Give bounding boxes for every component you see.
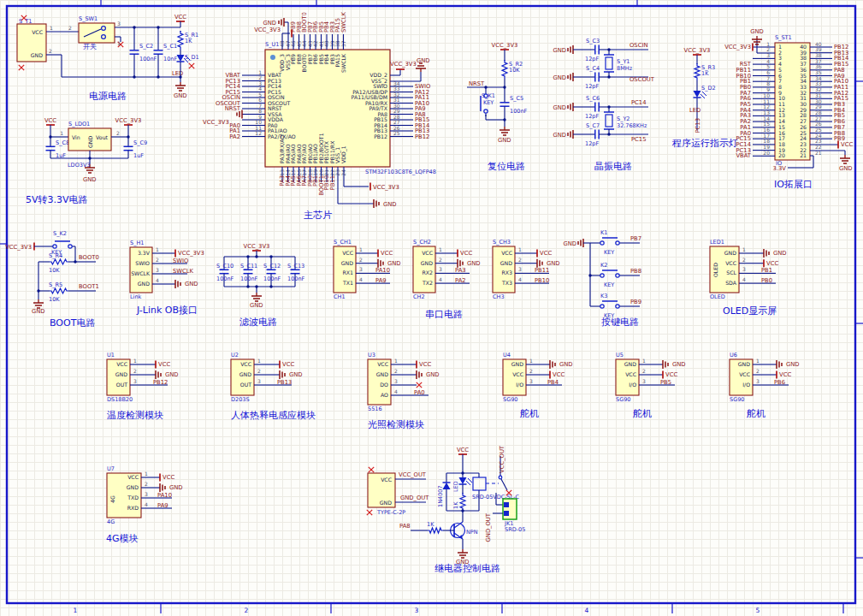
net-label[interactable]: VCC_3V3 [203, 119, 229, 126]
component-ref[interactable]: S_LDO1 [68, 121, 90, 127]
ground-symbol[interactable] [279, 18, 284, 27]
ground-symbol[interactable] [840, 155, 850, 163]
ground-symbol[interactable] [458, 549, 468, 558]
net-label[interactable]: GND [553, 132, 566, 139]
capacitor[interactable]: S_C10100nF [216, 257, 234, 287]
component-ref[interactable]: S_D1 [185, 54, 199, 61]
component-S_CH3[interactable]: S_CH3CH3VCC1VCCGND2GNDRX33PB11TX34PB10 [493, 239, 560, 300]
component-U4[interactable]: U4SG90GND1GNDVCC2VCCI/O3PB4 [503, 352, 573, 403]
net-label[interactable]: PC14 [631, 99, 647, 106]
net-label[interactable]: OSCIN [630, 42, 648, 49]
ground-symbol[interactable] [499, 127, 510, 135]
ground-symbol[interactable] [374, 199, 379, 208]
component-S_CH1[interactable]: S_CH1CH1VCC1VCCGND2GNDRX13PA10TX14PA9 [334, 239, 401, 300]
component-LED1[interactable]: LED1OLEDOLEDGND1GNDVCC2VCCSCL3PB1SDA4PB0 [710, 239, 787, 300]
crystal[interactable]: S_Y18MHz [604, 50, 633, 77]
net-label[interactable]: GND [553, 74, 566, 81]
net-label[interactable]: PC15 [631, 136, 647, 143]
component-name[interactable]: SRD-05 [505, 526, 525, 533]
power-flag[interactable]: VCC [44, 117, 56, 125]
net-label[interactable]: NRST [469, 80, 485, 87]
led[interactable] [694, 91, 707, 98]
component-U2[interactable]: U2D203SVCC1VCCGND2GNDOUT3PB13 [231, 352, 303, 403]
capacitor[interactable]: S_C13100nF [287, 257, 305, 287]
net-label[interactable]: GND_OUT [485, 512, 492, 542]
net-label[interactable]: OSCOUT [630, 76, 655, 83]
net-label[interactable]: VCC_OUT [399, 471, 427, 478]
power-flag[interactable]: VCC_3V3 [684, 47, 711, 55]
resistor[interactable]: S_R210K [502, 60, 523, 79]
net-label[interactable]: PA8 [399, 523, 411, 530]
component-ref[interactable]: S_SW1 [79, 15, 98, 22]
net-label[interactable]: GND [553, 47, 566, 54]
net-label[interactable]: GND [250, 302, 263, 309]
component-U3[interactable]: U35516VCC1VCCGND2GNDDO3AO4PA0 [368, 352, 440, 412]
net-label[interactable]: LED [172, 70, 183, 77]
terminal-block[interactable] [503, 499, 517, 519]
net-label[interactable]: GND [383, 201, 397, 208]
component-value[interactable]: 1K [452, 501, 459, 509]
ground-symbol[interactable] [33, 299, 44, 308]
component-name[interactable]: TYPE-C-2P [376, 509, 405, 516]
net-label[interactable]: BOOT0 [79, 254, 99, 261]
component-S_ST1[interactable]: S_ST1IO1401VCC_3V340PB12239239PB13338338… [724, 34, 848, 167]
led[interactable] [459, 477, 473, 485]
resistor[interactable]: S_R31K [695, 63, 715, 80]
net-label[interactable]: VCC_3V3 [254, 27, 281, 33]
net-label[interactable]: GND [32, 308, 45, 315]
component-U6[interactable]: U6SG90GND1GNDVCC2VCCI/O3PB6 [730, 352, 800, 403]
crystal[interactable]: S_Y232.768KHz [604, 107, 647, 134]
component-S_U1[interactable]: S_U1STM32F103C8T6_LQFP48VBAT1VBATPC132PC… [216, 11, 436, 195]
net-label[interactable]: VCC_OUT [499, 445, 505, 473]
ground-symbol[interactable] [568, 73, 573, 81]
capacitor[interactable]: S_C5100nF [500, 89, 528, 120]
push-button[interactable]: K3KEY [597, 293, 623, 319]
ground-symbol[interactable] [578, 239, 583, 247]
ground-symbol[interactable] [175, 82, 186, 91]
resistor[interactable] [460, 493, 465, 511]
net-label[interactable]: GND [563, 240, 576, 247]
component-U1[interactable]: U1DS18B20VCC1VCCGND2GNDOUT3PB12 [107, 352, 179, 403]
component-U5[interactable]: U5SG90GND1GNDVCC2VCCI/O3PB5 [616, 352, 686, 403]
net-label[interactable]: GND [839, 165, 853, 172]
resistor[interactable]: S_R410K [49, 252, 68, 274]
net-label[interactable]: LED [689, 107, 700, 114]
power-flag[interactable]: VCC_3V3 [244, 243, 270, 251]
net-label[interactable]: PB8 [630, 268, 641, 275]
resistor[interactable]: S_R11K [178, 31, 198, 50]
capacitor[interactable]: S_C11100nF [240, 257, 258, 287]
push-button[interactable]: K1KEY [597, 229, 623, 256]
component-S_CH2[interactable]: S_CH2CH2VCC1VCCGND2GNDRX23PA3TX24PA2 [413, 239, 481, 300]
net-label[interactable]: VCC_3V3 [390, 61, 417, 68]
ground-symbol[interactable] [568, 45, 573, 54]
power-flag[interactable]: VCC_3V3 [492, 42, 518, 50]
net-label[interactable]: GND [553, 104, 566, 111]
resistor[interactable]: S_R510K [49, 281, 68, 303]
net-label[interactable]: BOOT1 [79, 283, 99, 290]
component-value[interactable]: LED [452, 481, 459, 492]
component-U7[interactable]: U74G4GVCC1VCCGND2GNDTXD3PA10RXD4PA9 [107, 465, 183, 525]
capacitor[interactable]: S_C2100nF [130, 27, 157, 77]
net-label[interactable]: GND [174, 92, 187, 99]
net-label[interactable]: GND [263, 20, 276, 27]
net-label[interactable]: PB9 [630, 299, 641, 305]
power-flag[interactable]: VCC [174, 14, 186, 21]
net-label[interactable]: GND [750, 28, 764, 35]
net-label[interactable]: VCC_3V3 [5, 244, 32, 251]
power-flag[interactable]: VCC_3V3 [115, 117, 142, 125]
ground-symbol[interactable] [251, 293, 262, 301]
net-label[interactable]: GND_OUT [400, 495, 429, 501]
capacitor[interactable]: S_C81uF [46, 139, 70, 159]
push-button[interactable]: S_K1KEY [481, 91, 495, 116]
net-label[interactable]: PC13 [695, 118, 701, 133]
component-body[interactable] [79, 23, 115, 43]
power-flag[interactable]: VCC [457, 447, 469, 454]
net-label[interactable]: PB7 [630, 235, 641, 242]
net-label[interactable]: 3.3V [773, 165, 787, 172]
ground-symbol[interactable] [568, 130, 573, 139]
component-name[interactable]: LDO3V3 [68, 162, 90, 169]
resistor[interactable]: 1K [427, 521, 443, 533]
net-label[interactable]: GND [417, 57, 430, 64]
ground-symbol[interactable] [416, 63, 426, 72]
net-label[interactable]: GND [498, 137, 511, 144]
